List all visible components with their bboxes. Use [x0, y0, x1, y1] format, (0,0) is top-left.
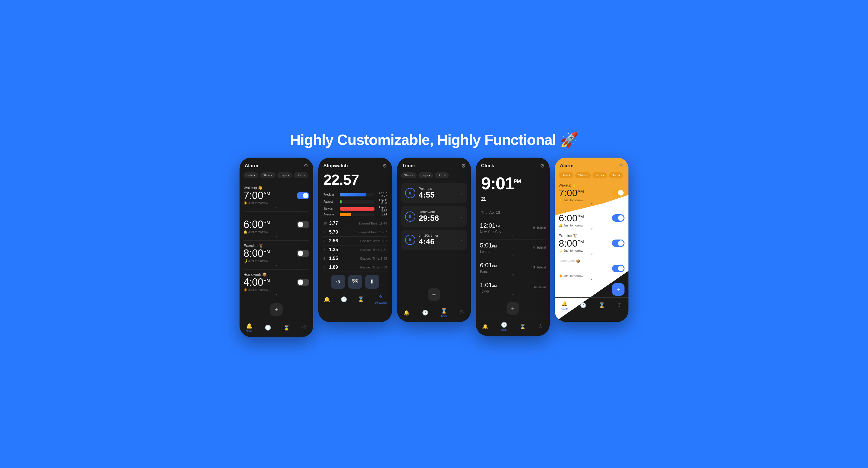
- themed-sub-wakeup: ☀️ Just tomorrow: [559, 198, 624, 202]
- themed-toggle-exercise[interactable]: [612, 240, 624, 247]
- themed-alarm-label-exercise: Exercise 🏋️: [559, 234, 624, 238]
- themed-nav-alarm[interactable]: 🔔 Alarm: [561, 301, 568, 310]
- sw-nav-alarm[interactable]: 🔔: [324, 296, 330, 303]
- alarm-time-wakeup: 7:00AM: [244, 190, 270, 201]
- clock-nav-timer[interactable]: ⌛: [520, 323, 526, 330]
- sw-nav-timer[interactable]: ⌛: [358, 296, 364, 303]
- themed-alarm-time-exercise: 8:00PM: [559, 238, 584, 249]
- tags-filter[interactable]: Tags ▾: [277, 173, 292, 178]
- themed-toggle-homework[interactable]: [612, 265, 624, 272]
- nav-alarm-label: Alarm: [246, 330, 253, 333]
- alarm-label-homework: Homework 📦: [244, 272, 309, 277]
- nav-stopwatch[interactable]: ⏱: [302, 324, 307, 331]
- clock-big-time: 9:01PM21: [481, 175, 545, 210]
- themed-header: Alarm ⚙: [555, 158, 628, 171]
- bar-average-track: [340, 213, 374, 216]
- alarm-toggle-homework[interactable]: [297, 279, 309, 286]
- state-filter[interactable]: State ▾: [260, 173, 276, 178]
- page-headline: Highly Customizable, Highly Functional 🚀: [236, 131, 632, 149]
- alarm-item-exercise: Exercise 🏋️ 8:00PM 🌙 Just tomorrow ∨: [244, 241, 309, 270]
- alarm-label-exercise: Exercise 🏋️: [244, 244, 309, 248]
- bar-average-label: Average: [323, 213, 338, 216]
- sw-nav-clock[interactable]: 🕐: [341, 296, 347, 303]
- themed-tags-filter[interactable]: Tags ▾: [592, 173, 607, 178]
- themed-state-filter[interactable]: State ▾: [575, 173, 591, 178]
- timer-nav-stopwatch[interactable]: ⏱: [460, 310, 465, 315]
- clock-clock-label: Clock: [501, 329, 507, 331]
- themed-sub-homework: ✴️ Just tomorrow: [559, 274, 624, 278]
- reset-button[interactable]: ↺: [331, 275, 345, 289]
- phone-alarm-themed: Alarm ⚙ Date ▾ State ▾ Tags ▾ Sort ▸ Wak…: [555, 158, 628, 322]
- themed-sort-filter[interactable]: Sort ▸: [609, 173, 623, 178]
- alarm-title: Alarm: [245, 163, 258, 169]
- themed-toggle-6pm[interactable]: [612, 214, 624, 222]
- themed-nav-timer[interactable]: ⌛: [599, 302, 605, 308]
- alarm-toggle-6pm[interactable]: [297, 221, 309, 228]
- timer-pause-pushups[interactable]: ⏸: [405, 188, 415, 198]
- alarm-toggle-exercise[interactable]: [297, 250, 309, 257]
- themed-alarm-item-exercise: Exercise 🏋️ 8:00PM 🌙 Just tomorrow ∨: [555, 231, 628, 257]
- date-filter[interactable]: Date ▾: [244, 173, 258, 178]
- timer-name-5m: 5m 20s timer: [419, 233, 457, 238]
- sw-gear-icon[interactable]: ⚙: [382, 163, 387, 169]
- clock-nav-stopwatch[interactable]: ⏱: [538, 323, 544, 330]
- lap-button[interactable]: 🏁: [348, 275, 362, 289]
- timer-pause-homework[interactable]: ⏸: [405, 212, 415, 222]
- gear-icon[interactable]: ⚙: [304, 163, 308, 169]
- add-themed-alarm-button[interactable]: +: [612, 283, 624, 295]
- bar-previous-val: Lap 10: 3.77: [376, 192, 387, 198]
- nav-timer[interactable]: ⌛: [283, 324, 290, 331]
- timer-time-homework: 29:56: [419, 214, 457, 223]
- clock-city-row-nyc: 12:01PM 9h behind: [480, 222, 546, 229]
- clock-nav-alarm[interactable]: 🔔: [482, 323, 489, 330]
- themed-alarm-label-wakeup: Wakeup 👋: [559, 183, 624, 187]
- alarm-header: Alarm ⚙: [240, 158, 313, 171]
- themed-toggle-wakeup[interactable]: [612, 189, 624, 196]
- add-clock-button[interactable]: +: [506, 302, 519, 315]
- timer-header: Timer ⚙: [397, 158, 471, 171]
- timer-tags-filter[interactable]: Tags ▾: [418, 173, 433, 178]
- lap-row-6: 6 1.55 Elapsed Time: 5.95: [323, 254, 387, 263]
- add-alarm-button[interactable]: +: [270, 303, 283, 316]
- nav-alarm[interactable]: 🔔 Alarm: [246, 323, 253, 333]
- clock-city-time-nyc: 12:01PM: [480, 222, 500, 229]
- clock-city-time-tokyo: 1:01AM: [480, 281, 497, 289]
- nav-clock[interactable]: 🕐: [265, 324, 271, 331]
- themed-date-filter[interactable]: Date ▾: [559, 173, 574, 178]
- add-timer-button[interactable]: +: [428, 288, 440, 301]
- clock-city-behind-tokyo: 4h ahead: [534, 286, 546, 289]
- timer-name-homework: Homework: [419, 210, 457, 214]
- pause-button[interactable]: ⏸: [365, 275, 379, 289]
- themed-alarm-item-homework: Homework 📦 4:00PM ✴️ Just tomorrow ∨: [555, 257, 628, 282]
- timer-nav-timer[interactable]: ⌛ Timer: [441, 308, 447, 317]
- themed-gear-icon[interactable]: ⚙: [619, 163, 623, 169]
- bar-fastest-val: Lap 4: 0.00: [376, 199, 387, 205]
- timer-list: ⏸ Pushups 4:55 ∨ ⏸ Homework 29:56 ∨: [397, 181, 471, 285]
- clock-title: Clock: [481, 163, 494, 169]
- alarm-item-6pm: 6:00PM 🔔 Just tomorrow ∨: [244, 212, 309, 241]
- timer-sort-filter[interactable]: Sort ▾: [435, 173, 449, 178]
- clock-item-london: 5:01PM 4h behind London ∨: [480, 240, 546, 259]
- timer-state-filter[interactable]: State ▾: [401, 173, 417, 178]
- clock-nav-clock[interactable]: 🕐 Clock: [501, 322, 507, 331]
- alarm-sub-6pm: 🔔 Just tomorrow: [244, 230, 309, 234]
- sort-filter[interactable]: Sort ▾: [294, 173, 308, 178]
- timer-stopwatch-icon: ⏱: [460, 310, 465, 315]
- timer-nav-clock[interactable]: 🕐: [422, 310, 428, 316]
- themed-clock-icon: 🕐: [580, 302, 586, 308]
- themed-nav-stopwatch[interactable]: ⏱: [617, 302, 622, 308]
- timer-nav-alarm[interactable]: 🔔: [403, 310, 410, 316]
- sw-bottom-nav: 🔔 🕐 ⌛ ⏱ Stopwatch: [318, 292, 392, 309]
- timer-pause-5m[interactable]: ⏸: [405, 235, 415, 245]
- stopwatch-main: 22.57 Previous Lap 10: 3.77 Fastest: [318, 171, 392, 272]
- alarm-time-row-homework: 4:00PM: [244, 277, 309, 287]
- sw-nav-stopwatch[interactable]: ⏱ Stopwatch: [375, 295, 387, 304]
- themed-nav-clock[interactable]: 🕐: [580, 302, 586, 308]
- timer-gear-icon[interactable]: ⚙: [461, 163, 466, 169]
- timer-time-pushups: 4:55: [419, 191, 457, 199]
- clock-city-row-tokyo: 1:01AM 4h ahead: [480, 281, 546, 289]
- timer-chevron-pushups: ∨: [460, 191, 463, 195]
- alarm-time-homework: 4:00PM: [244, 277, 270, 287]
- alarm-toggle-wakeup[interactable]: [297, 192, 309, 199]
- clock-gear-icon[interactable]: ⚙: [540, 163, 545, 169]
